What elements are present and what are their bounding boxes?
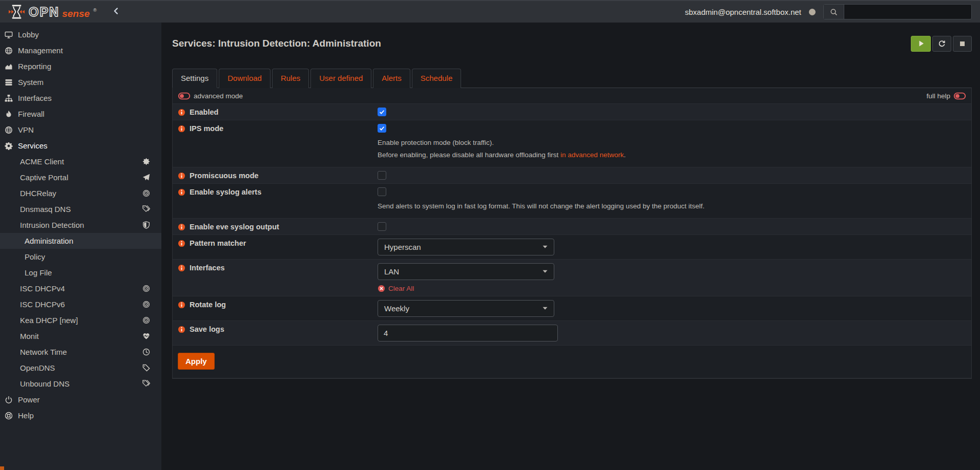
sidebar-item-label: Services	[18, 141, 48, 150]
info-icon	[178, 264, 185, 272]
clear-all-label: Clear All	[388, 285, 414, 292]
enable-syslog-alerts-checkbox[interactable]	[378, 187, 386, 196]
sidebar-item-lobby[interactable]: Lobby	[0, 27, 161, 42]
sidebar-item-label: ISC DHCPv6	[20, 300, 65, 309]
field-label: Interfaces	[190, 264, 225, 272]
sidebar-item-administration[interactable]: Administration	[0, 233, 161, 249]
user-email-link[interactable]: sbxadmin@opncentral.softbox.net	[685, 8, 801, 16]
sidebar-item-kea-dhcp-new[interactable]: Kea DHCP [new]	[0, 312, 161, 328]
info-icon	[178, 109, 185, 116]
chevron-left-icon	[112, 7, 120, 15]
sidebar-item-power[interactable]: Power	[0, 392, 161, 408]
restart-button[interactable]	[932, 36, 951, 52]
opnsense-brand[interactable]: OPN sense ®	[8, 4, 97, 19]
form-row-ips-mode: IPS modeEnable protection mode (block tr…	[173, 120, 971, 167]
sidebar-item-interfaces[interactable]: Interfaces	[0, 90, 161, 106]
brand-opn: OPN	[29, 6, 59, 18]
sidebar-item-help[interactable]: Help	[0, 408, 161, 423]
tab-rules[interactable]: Rules	[272, 69, 309, 88]
tab-schedule[interactable]: Schedule	[412, 69, 462, 88]
sidebar-item-opendns[interactable]: OpenDNS	[0, 360, 161, 376]
sidebar-item-isc-dhcpv6[interactable]: ISC DHCPv6	[0, 296, 161, 312]
main-content: Services: Intrusion Detection: Administr…	[161, 23, 980, 470]
desktop-icon	[5, 31, 13, 39]
play-icon	[917, 39, 925, 48]
full-help-toggle[interactable]: full help	[926, 92, 966, 100]
sidebar-item-vpn[interactable]: VPN	[0, 122, 161, 138]
promiscuous-mode-checkbox[interactable]	[378, 171, 386, 180]
tab-download[interactable]: Download	[219, 69, 270, 88]
form-row-enabled: Enabled	[173, 104, 971, 120]
sidebar-item-isc-dhcpv4[interactable]: ISC DHCPv4	[0, 281, 161, 296]
help-line: Enable protection mode (block traffic).	[378, 139, 494, 146]
field-label: Enable syslog alerts	[190, 188, 261, 196]
field-label: Promiscuous mode	[190, 172, 259, 180]
info-icon	[178, 223, 185, 231]
caret-down-icon	[543, 307, 548, 310]
sidebar-item-label: Dnsmasq DNS	[20, 205, 71, 213]
search-icon	[830, 8, 838, 16]
form-row-promiscuous-mode: Promiscuous mode	[173, 167, 971, 184]
paper-plane-icon	[142, 174, 150, 181]
enabled-checkbox[interactable]	[378, 108, 386, 116]
info-icon	[178, 301, 185, 309]
field-label: Enabled	[190, 108, 218, 116]
tab-settings[interactable]: Settings	[172, 69, 217, 88]
sidebar-item-dnsmasq-dns[interactable]: Dnsmasq DNS	[0, 201, 161, 217]
save-logs-input[interactable]	[378, 325, 558, 341]
sidebar-item-label: Intrusion Detection	[20, 221, 84, 229]
interfaces-clear-all-button[interactable]: Clear All	[378, 285, 966, 292]
form-row-apply: Apply	[173, 346, 971, 378]
start-button[interactable]	[911, 36, 931, 52]
form-row-pattern-matcher: Pattern matcherHyperscan	[173, 235, 971, 260]
advanced-mode-toggle[interactable]: advanced mode	[178, 92, 243, 100]
sidebar-item-label: Power	[18, 395, 40, 404]
sidebar-item-system[interactable]: System	[0, 74, 161, 90]
sidebar-item-intrusion-detection[interactable]: Intrusion Detection	[0, 217, 161, 233]
sidebar-nav: LobbyManagementReportingSystemInterfaces…	[0, 27, 161, 423]
help-link[interactable]: in advanced network	[560, 151, 624, 159]
select-value: Weekly	[384, 304, 409, 313]
field-label: Rotate log	[190, 301, 226, 309]
sidebar-item-firewall[interactable]: Firewall	[0, 106, 161, 122]
topbar-right: sbxadmin@opncentral.softbox.net	[685, 4, 972, 19]
stop-button[interactable]	[953, 36, 972, 52]
service-toolbar	[911, 36, 972, 52]
sidebar-item-policy[interactable]: Policy	[0, 249, 161, 265]
sidebar-item-services[interactable]: Services	[0, 138, 161, 154]
rotate-log-select[interactable]: Weekly	[378, 300, 554, 317]
sidebar-item-dhcrelay[interactable]: DHCRelay	[0, 185, 161, 201]
interfaces-select[interactable]: LAN	[378, 263, 554, 280]
sidebar-item-unbound-dns[interactable]: Unbound DNS	[0, 376, 161, 392]
topbar: OPN sense ® sbxadmin@opncentral.softbox.…	[0, 0, 980, 23]
sidebar-item-label: Help	[18, 411, 34, 420]
fire-icon	[5, 110, 13, 118]
sidebar-item-label: Captive Portal	[20, 173, 68, 182]
help-line: Send alerts to system log in fast log fo…	[378, 202, 704, 210]
full-help-label: full help	[926, 92, 950, 100]
search-box[interactable]	[823, 4, 972, 19]
search-input[interactable]	[844, 5, 971, 19]
sidebar-collapse-button[interactable]	[112, 7, 120, 16]
sidebar-item-acme-client[interactable]: ACME Client	[0, 154, 161, 169]
sidebar-item-log-file[interactable]: Log File	[0, 265, 161, 281]
pattern-matcher-select[interactable]: Hyperscan	[378, 239, 554, 255]
ips-mode-checkbox[interactable]	[378, 124, 386, 133]
sidebar-item-monit[interactable]: Monit	[0, 328, 161, 344]
field-label: Enable eve syslog output	[190, 223, 279, 231]
sidebar-item-management[interactable]: Management	[0, 42, 161, 58]
brand-registered-mark: ®	[93, 8, 97, 13]
clock-icon	[142, 348, 150, 356]
bottom-left-accent	[0, 466, 4, 470]
apply-button[interactable]: Apply	[178, 353, 215, 370]
tab-alerts[interactable]: Alerts	[373, 69, 410, 88]
sidebar-item-reporting[interactable]: Reporting	[0, 58, 161, 74]
info-icon	[178, 172, 185, 180]
shield-icon	[142, 221, 150, 229]
sidebar-item-captive-portal[interactable]: Captive Portal	[0, 169, 161, 185]
tab-user-defined[interactable]: User defined	[310, 69, 371, 88]
enable-eve-syslog-output-checkbox[interactable]	[378, 222, 386, 231]
sidebar-item-network-time[interactable]: Network Time	[0, 344, 161, 360]
tags-icon	[142, 205, 150, 213]
power-icon	[5, 396, 13, 404]
